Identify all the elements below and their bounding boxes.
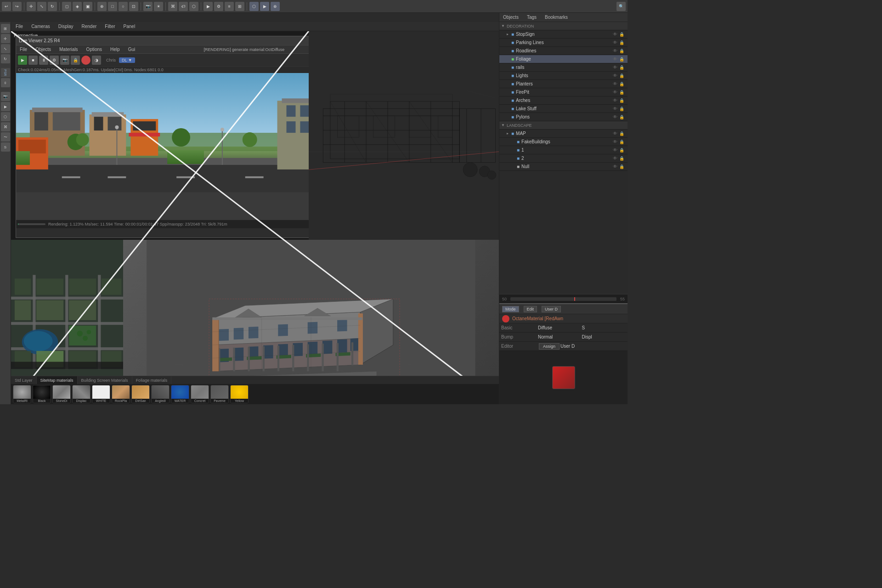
lock-icon[interactable]: 🔒: [619, 90, 626, 95]
lv-settings-button[interactable]: ⚙: [50, 56, 59, 65]
lv-stop-button[interactable]: ■: [28, 56, 38, 65]
select-tool-button[interactable]: ◻: [62, 2, 71, 11]
lock-icon[interactable]: 🔒: [619, 57, 626, 62]
scene-item-lakestuff[interactable]: ■ Lake Stuff 👁 🔒: [499, 105, 628, 113]
sidebar-generator-btn[interactable]: S: [1, 142, 10, 152]
sidebar-spline-btn[interactable]: 〜: [1, 132, 10, 141]
lock-icon[interactable]: 🔒: [619, 65, 626, 70]
main-viewport[interactable]: File Cameras Display Render Filter Panel…: [11, 22, 499, 404]
lock-icon[interactable]: 🔒: [619, 32, 626, 37]
viewport-render-menu[interactable]: Render: [80, 24, 99, 29]
scene-item-firepit[interactable]: ■ FirePit 👁 🔒: [499, 88, 628, 96]
lv-help-menu[interactable]: Help: [108, 47, 122, 52]
sidebar-deformer-btn[interactable]: ⌘: [1, 122, 10, 131]
objects-menu[interactable]: Objects: [501, 15, 520, 20]
scene-section-landscape[interactable]: ▼ LANDSCAPE: [499, 121, 628, 130]
scene-item-roadlines[interactable]: ■ Roadlines 👁 🔒: [499, 47, 628, 55]
visibility-icon[interactable]: 👁: [613, 164, 619, 169]
visibility-icon[interactable]: 👁: [613, 32, 619, 37]
attr-mode-button[interactable]: Mode: [502, 306, 519, 312]
visibility-icon[interactable]: 👁: [613, 40, 619, 45]
mat-tab-std[interactable]: Std Layer: [11, 376, 37, 384]
camera-button[interactable]: 📷: [143, 2, 153, 11]
visibility-icon[interactable]: 👁: [613, 73, 619, 78]
visibility-icon[interactable]: 👁: [613, 90, 619, 95]
mat-white[interactable]: WHITE: [92, 385, 110, 403]
lv-gui-menu[interactable]: Gui: [126, 47, 137, 52]
cube-button[interactable]: □: [108, 2, 117, 11]
mat-displac[interactable]: Displac: [72, 385, 90, 403]
visibility-icon[interactable]: 👁: [613, 106, 619, 111]
lock-icon[interactable]: 🔒: [619, 140, 626, 144]
lv-file-menu[interactable]: File: [18, 47, 29, 52]
mat-tab-building[interactable]: Building Screen Materials: [78, 376, 132, 384]
post-effects-button[interactable]: ⊕: [271, 2, 280, 11]
lock-icon[interactable]: 🔒: [619, 131, 626, 136]
attr-edit-button[interactable]: Edit: [524, 306, 537, 312]
wireframe-quad[interactable]: [309, 31, 499, 240]
lock-icon[interactable]: 🔒: [619, 98, 626, 103]
scene-item-map[interactable]: ▸ ■ MAP 👁 🔒: [499, 130, 628, 138]
mat-stonedi[interactable]: StoneDi: [52, 385, 71, 403]
visibility-icon[interactable]: 👁: [613, 81, 619, 86]
mat-concret[interactable]: Concret: [191, 385, 209, 403]
scene-item-parking[interactable]: ■ Parking Lines 👁 🔒: [499, 39, 628, 47]
light-button[interactable]: ☀: [154, 2, 163, 11]
scale-tool-button[interactable]: ⤡: [37, 2, 46, 11]
sidebar-snap-btn[interactable]: ⊞: [1, 24, 10, 33]
visibility-icon[interactable]: 👁: [613, 57, 619, 62]
visibility-icon[interactable]: 👁: [613, 139, 619, 144]
scene-item-pylons[interactable]: ■ Pylons 👁 🔒: [499, 113, 628, 121]
visibility-icon[interactable]: 👁: [613, 147, 619, 153]
cylinder-button[interactable]: ⊡: [129, 2, 138, 11]
visibility-icon[interactable]: 👁: [613, 48, 619, 53]
lock-icon[interactable]: 🔒: [619, 156, 626, 161]
lock-icon[interactable]: 🔒: [619, 49, 626, 53]
viewport-panel-menu[interactable]: Panel: [122, 24, 137, 29]
scene-item-arches[interactable]: ■ Arches 👁 🔒: [499, 96, 628, 105]
visibility-icon[interactable]: 👁: [613, 98, 619, 103]
mat-angledi[interactable]: AngledI: [151, 385, 170, 403]
lock-icon[interactable]: 🔒: [619, 107, 626, 111]
mat-tab-foliage[interactable]: Foliage materials: [132, 376, 172, 384]
scene-item-rails[interactable]: ■ rails 👁 🔒: [499, 63, 628, 72]
lock-icon[interactable]: 🔒: [619, 148, 626, 153]
deformer-button[interactable]: ⌘: [168, 2, 177, 11]
sidebar-coord-btn[interactable]: 0: [1, 78, 10, 87]
scene-item-fakebuildings[interactable]: ■ FakeBuildings 👁 🔒: [499, 138, 628, 146]
material-button[interactable]: ⬡: [189, 2, 198, 11]
attr-user-button[interactable]: User D: [542, 306, 561, 312]
viewport-file-menu[interactable]: File: [14, 24, 25, 29]
new-object-button[interactable]: ⊕: [97, 2, 107, 11]
lv-camera-button[interactable]: 📷: [60, 56, 69, 65]
visibility-icon[interactable]: 👁: [613, 114, 619, 119]
mat-tab-sitemap[interactable]: SiteMap materials: [37, 376, 78, 384]
live-select-button[interactable]: ◈: [73, 2, 82, 11]
mat-paveme[interactable]: Paveme: [210, 385, 229, 403]
sidebar-camera-btn[interactable]: 📷: [1, 92, 10, 101]
render-settings-button[interactable]: ⚙: [214, 2, 223, 11]
viewport-filter-menu[interactable]: Filter: [103, 24, 117, 29]
octane-render-button[interactable]: ⬡: [249, 2, 259, 11]
scene-item-planters[interactable]: ■ Planters 👁 🔒: [499, 80, 628, 88]
render-queue-button[interactable]: ≡: [225, 2, 234, 11]
tag-button[interactable]: 🏷: [179, 2, 188, 11]
rotate-tool-button[interactable]: ↻: [48, 2, 57, 11]
live-viewer-button[interactable]: ▶: [260, 2, 269, 11]
lock-icon[interactable]: 🔒: [619, 115, 626, 119]
mat-yellow[interactable]: Yellow: [230, 385, 249, 403]
render-quad[interactable]: Live Viewer 2.25 R4 ─ □ ✕ File Objects M…: [11, 31, 309, 240]
lv-contrast-button[interactable]: ◑: [92, 56, 101, 65]
scene-item-lights[interactable]: ■ Lights 👁 🔒: [499, 72, 628, 80]
search-icon[interactable]: 🔍: [616, 2, 626, 11]
sidebar-material-btn[interactable]: ⬡: [1, 112, 10, 121]
scene-item-null[interactable]: ■ Null 👁 🔒: [499, 163, 628, 171]
visibility-icon[interactable]: 👁: [613, 131, 619, 136]
lock-icon[interactable]: 🔒: [619, 74, 626, 78]
visibility-icon[interactable]: 👁: [613, 156, 619, 161]
mat-metalrl[interactable]: MetalRl: [13, 385, 31, 403]
lock-icon[interactable]: 🔒: [619, 164, 626, 169]
sidebar-move-btn[interactable]: ✛: [1, 34, 10, 43]
mat-dirtsan[interactable]: DirtSan: [131, 385, 150, 403]
lock-icon[interactable]: 🔒: [619, 82, 626, 86]
